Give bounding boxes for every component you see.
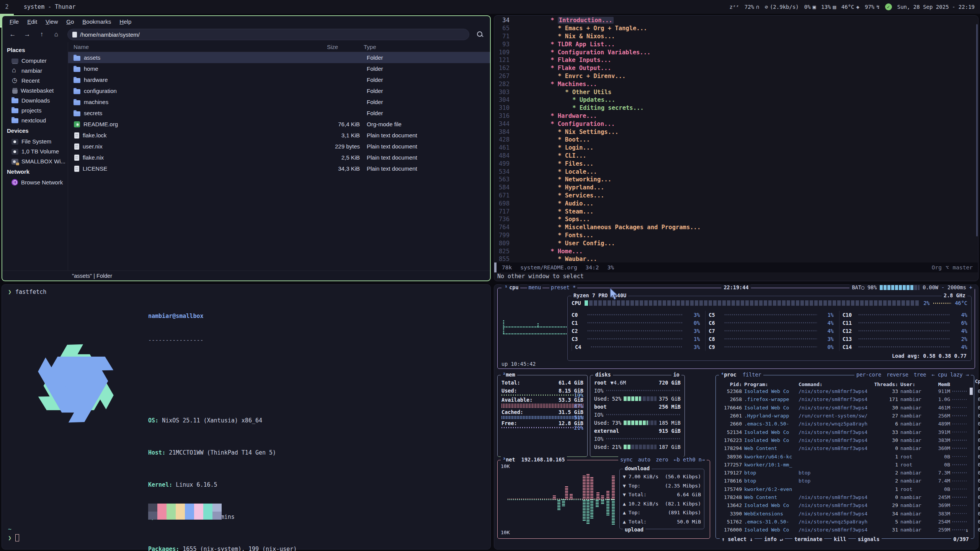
file-row[interactable]: configuration Folder — [68, 85, 490, 96]
header-command[interactable]: Command: — [799, 381, 871, 387]
path-bar[interactable]: /home/nambiar/system/ — [67, 29, 469, 40]
sidebar-item[interactable]: Downloads — [2, 95, 68, 105]
process-row[interactable]: 2601 .Hyprland-wrapp /run/current-system… — [720, 412, 970, 420]
menu-item[interactable]: Bookmarks — [79, 17, 114, 26]
process-row[interactable]: 175749 kworker/6:2-even 1 root 0B 0.0 — [720, 485, 970, 493]
forward-button[interactable]: → — [21, 29, 34, 40]
process-row[interactable]: 2658 .firefox-wrappe /nix/store/sm8fmrf3… — [720, 395, 970, 403]
search-icon[interactable] — [476, 31, 484, 38]
file-row[interactable]: machines Folder — [68, 96, 490, 108]
file-row[interactable]: README.org 76,4 KiB Org-mode file — [68, 119, 490, 130]
process-row[interactable]: 3390 WebExtensions /nix/store/sm8fmrf3wp… — [720, 509, 970, 517]
workspace-button[interactable]: 2 — [0, 0, 14, 14]
header-mem[interactable]: MemB — [931, 381, 950, 387]
net-zero-toggle[interactable]: zero — [656, 456, 668, 463]
menu-button[interactable]: menu — [527, 284, 543, 290]
process-row[interactable]: 13642 Isolated Web Co /nix/store/sm8fmrf… — [720, 501, 970, 509]
header-program[interactable]: Program: — [744, 381, 796, 387]
net-sync-toggle[interactable]: sync — [620, 456, 633, 463]
file-row[interactable]: user.nix 229 bytes Plain text document — [68, 141, 490, 152]
process-row[interactable]: 178248 Web Content /nix/store/sm8fmrf3wp… — [720, 493, 970, 501]
process-row[interactable]: 178294 Web Content /nix/store/sm8fmrf3wp… — [720, 444, 970, 452]
process-row[interactable]: 176223 Isolated Web Co /nix/store/sm8fmr… — [720, 436, 970, 444]
process-action[interactable]: ↑ select ↓ — [720, 536, 755, 542]
preset-button[interactable]: preset * — [549, 284, 577, 290]
column-size[interactable]: Size — [327, 44, 364, 50]
file-row[interactable]: LICENSE 34,3 KiB Plain text document — [68, 163, 490, 174]
net-auto-toggle[interactable]: auto — [638, 456, 651, 463]
menu-item[interactable]: File — [6, 17, 22, 26]
up-button[interactable]: ↑ — [35, 29, 48, 40]
process-table: 52368 Isolated Web Co /nix/store/sm8fmrf… — [720, 387, 970, 534]
process-scrollbar-thumb[interactable] — [970, 388, 973, 395]
process-action[interactable]: info ↵ — [762, 536, 785, 542]
process-row[interactable]: 2660 .emacs-31.0.50- /nix/store/wnqz5pa8… — [720, 420, 970, 428]
process-row[interactable]: 178616 btop btop 2 nambiar 7.4M 0.0 — [720, 477, 970, 485]
header-pid[interactable]: Pid: — [720, 381, 742, 387]
interval-plus[interactable]: + — [969, 284, 972, 290]
header-threads[interactable]: Threads: — [874, 381, 898, 387]
file-row[interactable]: hardware Folder — [68, 74, 490, 85]
fastfetch-terminal[interactable]: ❯ fastfetch nambiar@smallbox -----------… — [2, 284, 491, 549]
process-row[interactable]: 176000 Isolated Web Co /nix/store/sm8fmr… — [720, 526, 970, 534]
per-core-toggle[interactable]: per-core — [856, 372, 881, 378]
disks-panel-title[interactable]: disks — [593, 372, 613, 378]
process-action[interactable]: kill — [832, 536, 848, 542]
sidebar-item[interactable]: Wastebasket — [2, 85, 68, 95]
sidebar-item[interactable]: projects — [2, 105, 68, 115]
mem-panel-title[interactable]: ²mem — [501, 372, 517, 378]
process-row[interactable]: 179127 btop btop 2 nambiar 7.3M 0.0 — [720, 469, 970, 477]
net-interface-switch[interactable]: ←b eth0 n→ — [674, 456, 705, 463]
column-type[interactable]: Type — [364, 44, 490, 50]
org-star[interactable]: * — [558, 256, 561, 262]
file-row[interactable]: flake.lock 3,1 KiB Plain text document — [68, 130, 490, 141]
sidebar-item[interactable]: Recent — [2, 75, 68, 85]
file-row[interactable]: flake.nix 2,5 KiB Plain text document — [68, 152, 490, 163]
folder-icon — [74, 89, 80, 94]
sidebar-item[interactable]: Browse Network — [2, 177, 68, 187]
header-user[interactable]: User: — [900, 381, 929, 387]
org-heading-line[interactable]: 855 *Waubar... — [494, 255, 978, 263]
sidebar-item[interactable]: Computer — [2, 55, 68, 65]
org-buffer[interactable]: 34 *Introduction... 65 *Emacs + Org + Ta… — [494, 16, 978, 263]
menu-item[interactable]: Help — [116, 17, 135, 26]
sort-selector[interactable]: ← cpu lazy → — [931, 372, 969, 378]
net-panel-title[interactable]: ³net 192.168.10.165 — [501, 456, 567, 463]
disk-used-percent: 73% — [612, 420, 621, 426]
file-row[interactable]: home Folder — [68, 63, 490, 74]
back-button[interactable]: ← — [6, 29, 19, 40]
devices-header: Devices — [2, 125, 68, 136]
process-row[interactable]: 177257 kworker/10:1-mm_ 1 root 0B 0.0 — [720, 461, 970, 469]
tree-toggle[interactable]: tree — [914, 372, 926, 378]
process-row[interactable]: 52134 Isolated Web Co /nix/store/sm8fmrf… — [720, 428, 970, 436]
reverse-toggle[interactable]: reverse — [887, 372, 908, 378]
process-mem-meter — [952, 497, 968, 498]
file-row[interactable]: assets Folder — [68, 52, 490, 63]
sidebar-item[interactable]: nambiar — [2, 65, 68, 75]
core-meter — [725, 314, 817, 315]
cpu-panel-title[interactable]: ¹cpu — [501, 284, 520, 290]
menu-item[interactable]: Go — [63, 17, 77, 26]
sidebar-item[interactable]: nextcloud — [2, 115, 68, 125]
column-name[interactable]: Name — [74, 44, 327, 50]
file-row[interactable]: secrets Folder — [68, 108, 490, 119]
scrollbar[interactable] — [976, 24, 978, 236]
menu-item[interactable]: Edit — [24, 17, 41, 26]
process-row[interactable]: 38936 kworker/u64:6-kc 1 root 0B 0.0 — [720, 452, 970, 460]
sidebar-item[interactable]: File System — [2, 136, 68, 146]
process-row[interactable]: 51762 .emacs-31.0.50- /nix/store/wnqz5pa… — [720, 518, 970, 526]
sidebar-item[interactable]: 1,0 TB Volume — [2, 146, 68, 156]
io-toggle[interactable]: io — [671, 372, 681, 378]
shell-prompt-empty[interactable]: ~ ❯ — [8, 525, 19, 543]
process-row[interactable]: 176646 Isolated Web Co /nix/store/sm8fmr… — [720, 404, 970, 412]
process-action[interactable]: terminate — [792, 536, 824, 542]
filter-button[interactable]: filter — [743, 372, 761, 378]
home-button[interactable]: ⌂ — [50, 29, 63, 40]
process-row[interactable]: 52368 Isolated Web Co /nix/store/sm8fmrf… — [720, 387, 970, 395]
memory-entry: Free: 12.8 GiB 21% — [501, 419, 583, 428]
menu-item[interactable]: View — [42, 17, 61, 26]
sidebar-item[interactable]: SMALLBOX Wi... — [2, 156, 68, 166]
process-action[interactable]: signals — [856, 536, 882, 542]
interval-minus[interactable]: - — [941, 284, 944, 290]
proc-panel-title[interactable]: ⁴proc filter — [719, 372, 763, 378]
